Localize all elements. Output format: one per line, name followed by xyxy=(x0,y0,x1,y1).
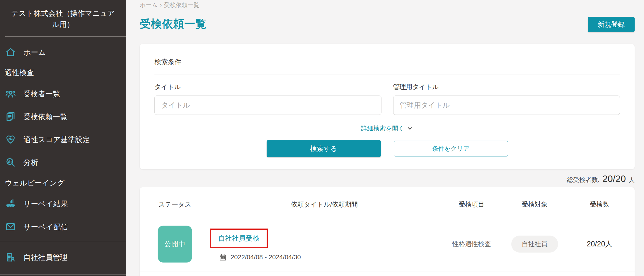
sidebar-item-survey-delivery[interactable]: サーベイ配信 xyxy=(0,215,126,238)
exam-item-cell: 性格適性検査 xyxy=(439,240,505,248)
sidebar-item-label: 適性スコア基準設定 xyxy=(23,135,90,144)
status-cell: 公開中 xyxy=(140,226,210,263)
sidebar-item-label: サーベイ結果 xyxy=(23,199,68,209)
column-header-title-period: 依頼タイトル/依頼期間 xyxy=(210,200,439,209)
title-row: 受検依頼一覧 新規登録 xyxy=(140,17,635,32)
heart-pulse-icon xyxy=(5,134,16,145)
home-icon xyxy=(5,47,16,57)
sidebar-divider xyxy=(0,242,126,242)
total-examinees-label: 総受検者数: xyxy=(567,176,599,184)
red-highlight-box: 自社社員受検 xyxy=(210,229,268,248)
search-divider xyxy=(154,74,620,74)
title-input[interactable] xyxy=(154,96,381,115)
company-name: テスト株式会社（操作マニュアル用） xyxy=(0,0,126,30)
new-registration-button[interactable]: 新規登録 xyxy=(588,17,635,32)
column-header-status: ステータス xyxy=(140,200,210,209)
admin-title-input[interactable] xyxy=(393,96,620,115)
search-panel: 検索条件 タイトル 管理用タイトル 詳細検索を開く 検索する 条件をクリア xyxy=(140,44,635,169)
breadcrumb-home[interactable]: ホーム xyxy=(140,1,158,9)
table-header-row: ステータス 依頼タイトル/依頼期間 受検項目 受検対象 受検数 xyxy=(140,187,635,216)
sidebar-item-home[interactable]: ホーム xyxy=(0,42,126,62)
total-examinees-summary: 総受検者数: 20/20 人 xyxy=(140,173,635,184)
title-field-group: タイトル xyxy=(154,83,381,115)
search-fields: タイトル 管理用タイトル xyxy=(154,83,620,115)
sidebar-item-analysis[interactable]: 分析 xyxy=(0,151,126,174)
sidebar-section-label: 適性検査 xyxy=(5,68,34,77)
building-icon xyxy=(5,252,16,263)
survey-results-icon xyxy=(5,198,16,209)
sidebar-nav: ホーム 適性検査 受検者一覧 xyxy=(0,37,126,275)
sidebar: テスト株式会社（操作マニュアル用） ホーム 適性検査 受検者一覧 xyxy=(0,0,126,276)
total-examinees-unit: 人 xyxy=(629,176,635,184)
documents-icon xyxy=(5,111,16,122)
title-field-label: タイトル xyxy=(154,83,381,91)
main-content: ホーム › 受検依頼一覧 受検依頼一覧 新規登録 検索条件 タイトル 管理用タイ… xyxy=(126,0,644,276)
sidebar-item-label: 自社社員管理 xyxy=(23,253,67,262)
breadcrumb: ホーム › 受検依頼一覧 xyxy=(140,1,635,9)
sidebar-item-label: ホーム xyxy=(23,47,46,57)
sidebar-item-exam-request-list[interactable]: 受検依頼一覧 xyxy=(0,105,126,128)
sidebar-divider xyxy=(0,274,126,275)
advanced-search-toggle[interactable]: 詳細検索を開く xyxy=(361,124,413,132)
search-conditions-heading: 検索条件 xyxy=(154,57,620,67)
column-header-exam-item: 受検項目 xyxy=(439,200,505,209)
exam-request-table: ステータス 依頼タイトル/依頼期間 受検項目 受検対象 受検数 公開中 自社社員… xyxy=(140,187,635,276)
admin-title-field-label: 管理用タイトル xyxy=(393,83,620,91)
sidebar-item-label: 受検依頼一覧 xyxy=(23,112,67,122)
sidebar-section-wellbeing: ウェルビーイング xyxy=(0,174,126,192)
breadcrumb-separator: › xyxy=(160,2,162,8)
sidebar-item-label: 受検者一覧 xyxy=(23,89,60,99)
sidebar-item-score-criteria[interactable]: 適性スコア基準設定 xyxy=(0,128,126,151)
search-button[interactable]: 検索する xyxy=(267,140,381,157)
advanced-search-row: 詳細検索を開く xyxy=(154,124,620,132)
sidebar-item-label: 分析 xyxy=(23,158,38,167)
sidebar-section-label: ウェルビーイング xyxy=(5,178,64,188)
breadcrumb-current: 受検依頼一覧 xyxy=(164,1,199,9)
request-title-link[interactable]: 自社社員受検 xyxy=(218,234,260,242)
title-period-cell: 自社社員受検 2022/04/08 - 2024/04/30 xyxy=(210,227,439,261)
search-buttons-row: 検索する 条件をクリア xyxy=(154,140,620,157)
calendar-icon xyxy=(219,253,227,261)
sidebar-item-survey-results[interactable]: サーベイ結果 xyxy=(0,192,126,215)
clear-conditions-button[interactable]: 条件をクリア xyxy=(394,141,508,156)
target-cell: 自社社員 xyxy=(505,236,565,253)
page-title: 受検依頼一覧 xyxy=(140,17,207,31)
chevron-down-icon xyxy=(407,125,413,132)
sidebar-item-label: サーベイ配信 xyxy=(23,222,68,232)
mail-icon xyxy=(5,222,16,232)
column-header-count: 受検数 xyxy=(565,200,635,209)
status-badge: 公開中 xyxy=(158,226,192,263)
total-examinees-value: 20/20 xyxy=(602,173,626,184)
admin-title-field-group: 管理用タイトル xyxy=(393,83,620,115)
count-cell: 20/20人 xyxy=(565,239,635,249)
sidebar-section-aptitude: 適性検査 xyxy=(0,62,126,82)
column-header-target: 受検対象 xyxy=(505,200,565,209)
table-row: 公開中 自社社員受検 2022/04/08 - 2024/04/30 xyxy=(140,216,635,272)
request-period: 2022/04/08 - 2024/04/30 xyxy=(219,253,439,261)
users-icon xyxy=(5,88,16,99)
request-period-text: 2022/04/08 - 2024/04/30 xyxy=(231,253,301,261)
sidebar-item-employee-management[interactable]: 自社社員管理 xyxy=(0,246,126,269)
advanced-search-label: 詳細検索を開く xyxy=(361,124,405,132)
sidebar-item-examinee-list[interactable]: 受検者一覧 xyxy=(0,82,126,105)
target-badge: 自社社員 xyxy=(511,236,558,253)
analysis-icon xyxy=(5,157,16,168)
